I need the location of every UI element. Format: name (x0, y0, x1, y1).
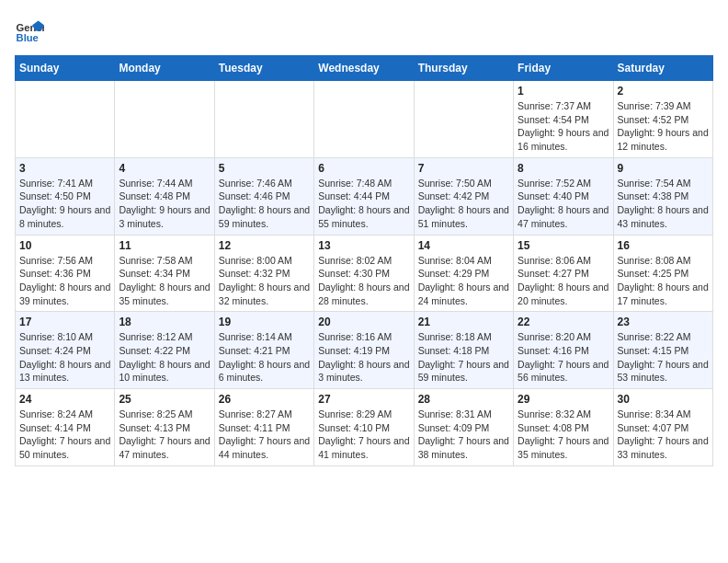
day-number: 4 (119, 162, 210, 175)
day-info: Sunrise: 8:29 AMSunset: 4:10 PMDaylight:… (318, 408, 409, 462)
calendar-cell: 23Sunrise: 8:22 AMSunset: 4:15 PMDayligh… (613, 312, 712, 389)
calendar-cell: 19Sunrise: 8:14 AMSunset: 4:21 PMDayligh… (214, 312, 313, 389)
calendar-cell: 5Sunrise: 7:46 AMSunset: 4:46 PMDaylight… (214, 157, 313, 235)
calendar-week-row: 3Sunrise: 7:41 AMSunset: 4:50 PMDaylight… (16, 157, 713, 235)
calendar-cell: 25Sunrise: 8:25 AMSunset: 4:13 PMDayligh… (115, 389, 214, 466)
calendar-cell (314, 81, 414, 158)
day-number: 18 (119, 316, 210, 328)
day-info: Sunrise: 8:31 AMSunset: 4:09 PMDaylight:… (418, 408, 509, 462)
day-info: Sunrise: 8:04 AMSunset: 4:29 PMDaylight:… (418, 254, 509, 308)
calendar-cell: 1Sunrise: 7:37 AMSunset: 4:54 PMDaylight… (514, 81, 613, 158)
calendar-table: SundayMondayTuesdayWednesdayThursdayFrid… (15, 55, 713, 466)
day-number: 30 (618, 393, 709, 406)
calendar-cell: 21Sunrise: 8:18 AMSunset: 4:18 PMDayligh… (414, 312, 513, 389)
day-number: 27 (318, 393, 409, 406)
calendar-header-row: SundayMondayTuesdayWednesdayThursdayFrid… (16, 56, 713, 81)
calendar-week-row: 24Sunrise: 8:24 AMSunset: 4:14 PMDayligh… (16, 389, 713, 466)
day-header-saturday: Saturday (613, 56, 712, 81)
day-info: Sunrise: 7:39 AMSunset: 4:52 PMDaylight:… (618, 99, 709, 154)
day-info: Sunrise: 8:06 AMSunset: 4:27 PMDaylight:… (518, 254, 609, 308)
calendar-cell: 30Sunrise: 8:34 AMSunset: 4:07 PMDayligh… (613, 389, 712, 466)
calendar-cell: 4Sunrise: 7:44 AMSunset: 4:48 PMDaylight… (115, 157, 214, 235)
day-number: 20 (318, 316, 409, 328)
calendar-cell: 13Sunrise: 8:02 AMSunset: 4:30 PMDayligh… (314, 235, 414, 312)
day-number: 12 (219, 239, 310, 252)
calendar-cell (214, 81, 313, 158)
day-header-sunday: Sunday (16, 56, 115, 81)
day-number: 16 (618, 239, 709, 252)
day-header-wednesday: Wednesday (314, 56, 414, 81)
calendar-cell: 24Sunrise: 8:24 AMSunset: 4:14 PMDayligh… (16, 389, 115, 466)
day-info: Sunrise: 7:44 AMSunset: 4:48 PMDaylight:… (119, 177, 210, 231)
calendar-cell: 17Sunrise: 8:10 AMSunset: 4:24 PMDayligh… (16, 312, 115, 389)
calendar-cell (16, 81, 115, 158)
day-number: 3 (19, 162, 110, 175)
day-info: Sunrise: 7:58 AMSunset: 4:34 PMDaylight:… (119, 254, 210, 308)
logo-icon: General Blue (15, 15, 44, 44)
day-number: 21 (418, 316, 509, 328)
day-info: Sunrise: 7:52 AMSunset: 4:40 PMDaylight:… (518, 177, 609, 231)
calendar-cell: 11Sunrise: 7:58 AMSunset: 4:34 PMDayligh… (115, 235, 214, 312)
day-number: 5 (219, 162, 310, 175)
day-info: Sunrise: 7:46 AMSunset: 4:46 PMDaylight:… (219, 177, 310, 231)
calendar-cell: 18Sunrise: 8:12 AMSunset: 4:22 PMDayligh… (115, 312, 214, 389)
logo: General Blue (15, 15, 48, 44)
page-header: General Blue (15, 15, 713, 44)
calendar-cell (115, 81, 214, 158)
calendar-cell: 20Sunrise: 8:16 AMSunset: 4:19 PMDayligh… (314, 312, 414, 389)
day-number: 2 (618, 85, 709, 98)
calendar-cell: 9Sunrise: 7:54 AMSunset: 4:38 PMDaylight… (613, 157, 712, 235)
day-number: 28 (418, 393, 509, 406)
day-info: Sunrise: 8:34 AMSunset: 4:07 PMDaylight:… (618, 408, 709, 462)
calendar-cell: 28Sunrise: 8:31 AMSunset: 4:09 PMDayligh… (414, 389, 513, 466)
day-header-monday: Monday (115, 56, 214, 81)
calendar-cell: 8Sunrise: 7:52 AMSunset: 4:40 PMDaylight… (514, 157, 613, 235)
day-number: 1 (518, 85, 609, 98)
day-info: Sunrise: 7:48 AMSunset: 4:44 PMDaylight:… (318, 177, 409, 231)
calendar-cell: 2Sunrise: 7:39 AMSunset: 4:52 PMDaylight… (613, 81, 712, 158)
calendar-cell: 15Sunrise: 8:06 AMSunset: 4:27 PMDayligh… (514, 235, 613, 312)
day-number: 14 (418, 239, 509, 252)
day-number: 17 (19, 316, 110, 328)
day-number: 6 (318, 162, 409, 175)
calendar-week-row: 10Sunrise: 7:56 AMSunset: 4:36 PMDayligh… (16, 235, 713, 312)
day-number: 15 (518, 239, 609, 252)
day-info: Sunrise: 7:50 AMSunset: 4:42 PMDaylight:… (418, 177, 509, 231)
day-info: Sunrise: 8:27 AMSunset: 4:11 PMDaylight:… (219, 408, 310, 462)
day-number: 26 (219, 393, 310, 406)
calendar-cell: 14Sunrise: 8:04 AMSunset: 4:29 PMDayligh… (414, 235, 513, 312)
day-info: Sunrise: 8:24 AMSunset: 4:14 PMDaylight:… (19, 408, 110, 462)
day-number: 22 (518, 316, 609, 328)
calendar-cell: 6Sunrise: 7:48 AMSunset: 4:44 PMDaylight… (314, 157, 414, 235)
day-number: 25 (119, 393, 210, 406)
day-info: Sunrise: 8:20 AMSunset: 4:16 PMDaylight:… (518, 330, 609, 385)
day-info: Sunrise: 8:14 AMSunset: 4:21 PMDaylight:… (219, 330, 310, 385)
calendar-cell (414, 81, 513, 158)
day-info: Sunrise: 8:22 AMSunset: 4:15 PMDaylight:… (618, 330, 709, 385)
day-header-thursday: Thursday (414, 56, 513, 81)
calendar-cell: 10Sunrise: 7:56 AMSunset: 4:36 PMDayligh… (16, 235, 115, 312)
day-info: Sunrise: 7:54 AMSunset: 4:38 PMDaylight:… (618, 177, 709, 231)
day-number: 19 (219, 316, 310, 328)
calendar-cell: 3Sunrise: 7:41 AMSunset: 4:50 PMDaylight… (16, 157, 115, 235)
day-info: Sunrise: 8:18 AMSunset: 4:18 PMDaylight:… (418, 330, 509, 385)
day-number: 10 (19, 239, 110, 252)
day-info: Sunrise: 8:32 AMSunset: 4:08 PMDaylight:… (518, 408, 609, 462)
day-info: Sunrise: 8:16 AMSunset: 4:19 PMDaylight:… (318, 330, 409, 385)
calendar-cell: 12Sunrise: 8:00 AMSunset: 4:32 PMDayligh… (214, 235, 313, 312)
day-number: 11 (119, 239, 210, 252)
day-number: 9 (618, 162, 709, 175)
day-info: Sunrise: 8:25 AMSunset: 4:13 PMDaylight:… (119, 408, 210, 462)
day-header-tuesday: Tuesday (214, 56, 313, 81)
day-info: Sunrise: 8:10 AMSunset: 4:24 PMDaylight:… (19, 330, 110, 385)
day-header-friday: Friday (514, 56, 613, 81)
calendar-week-row: 17Sunrise: 8:10 AMSunset: 4:24 PMDayligh… (16, 312, 713, 389)
day-info: Sunrise: 8:02 AMSunset: 4:30 PMDaylight:… (318, 254, 409, 308)
calendar-cell: 26Sunrise: 8:27 AMSunset: 4:11 PMDayligh… (214, 389, 313, 466)
day-info: Sunrise: 8:08 AMSunset: 4:25 PMDaylight:… (618, 254, 709, 308)
calendar-cell: 7Sunrise: 7:50 AMSunset: 4:42 PMDaylight… (414, 157, 513, 235)
calendar-cell: 16Sunrise: 8:08 AMSunset: 4:25 PMDayligh… (613, 235, 712, 312)
day-info: Sunrise: 8:12 AMSunset: 4:22 PMDaylight:… (119, 330, 210, 385)
calendar-cell: 27Sunrise: 8:29 AMSunset: 4:10 PMDayligh… (314, 389, 414, 466)
calendar-cell: 22Sunrise: 8:20 AMSunset: 4:16 PMDayligh… (514, 312, 613, 389)
